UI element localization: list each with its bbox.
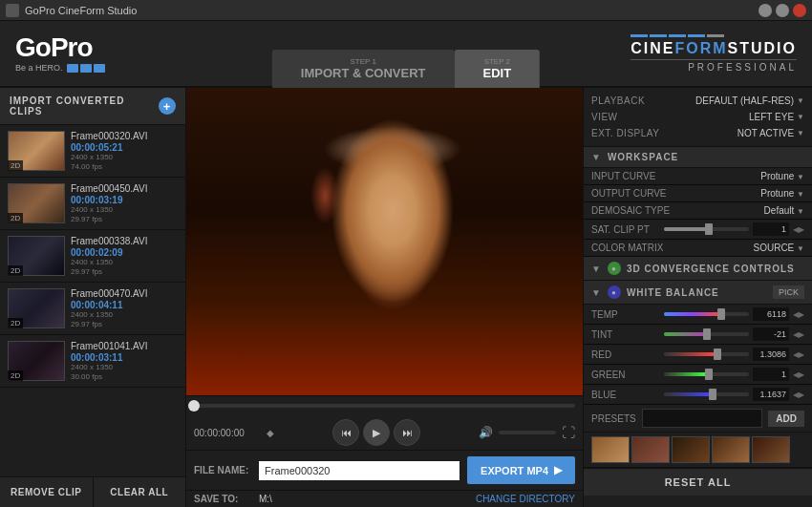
demosaic-arrow: ▼ xyxy=(797,207,804,216)
minimize-btn[interactable] xyxy=(759,4,772,17)
blue-slider[interactable] xyxy=(664,392,749,396)
presets-track[interactable] xyxy=(642,409,763,428)
preset-thumb-5[interactable] xyxy=(752,436,790,463)
gopro-wordmark: GoPro xyxy=(15,34,93,61)
clip-fps: 29.97 fps xyxy=(71,320,178,328)
file-name-input[interactable] xyxy=(259,461,459,480)
bar1 xyxy=(67,64,78,73)
workspace-toggle[interactable]: ▼ xyxy=(591,152,602,162)
color-matrix-value[interactable]: SOURCE ▼ xyxy=(681,243,804,253)
clip-resolution: 2400 x 1350 xyxy=(71,310,178,319)
red-row: RED 1.3086 ◀▶ xyxy=(584,345,812,365)
maximize-btn[interactable] xyxy=(776,4,789,17)
fullscreen-button[interactable]: ⛶ xyxy=(562,425,575,440)
remove-clip-button[interactable]: REMOVE CLIP xyxy=(0,477,94,507)
rewind-button[interactable]: ⏮ xyxy=(332,419,359,446)
clip-info: Frame001041.AVI 00:00:03:11 2400 x 1350 … xyxy=(71,341,178,381)
preset-thumb-1[interactable] xyxy=(591,436,630,463)
clear-all-button[interactable]: CLEAR ALL xyxy=(94,477,186,507)
clip-duration: 00:00:03:11 xyxy=(71,352,178,363)
header: GoPro Be a HERO. STEP 1 IMPORT & CONVERT… xyxy=(0,21,812,88)
cf-bar5 xyxy=(707,34,724,37)
playback-row: 00:00:00:00 ◆ ⏮ ▶ ⏭ 🔊 ⛶ xyxy=(194,419,575,446)
video-controls: 00:00:00:00 ◆ ⏮ ▶ ⏭ 🔊 ⛶ xyxy=(186,395,583,450)
convergence-toggle[interactable]: ▼ xyxy=(591,264,602,274)
play-button[interactable]: ▶ xyxy=(363,419,390,446)
convergence-header: ▼ ● 3D CONVERGENCE CONTROLS xyxy=(584,257,812,281)
wb-pick-button[interactable]: PICK xyxy=(773,285,804,299)
convergence-eye-icon[interactable]: ● xyxy=(608,262,621,275)
green-slider[interactable] xyxy=(664,372,749,376)
preset-thumb-4[interactable] xyxy=(712,436,750,463)
tint-slider[interactable] xyxy=(664,332,749,336)
export-mp4-button[interactable]: EXPORT MP4 ▶ xyxy=(467,456,575,484)
list-item[interactable]: 2D Frame001041.AVI 00:00:03:11 2400 x 13… xyxy=(0,335,185,388)
fast-forward-button[interactable]: ⏭ xyxy=(394,419,420,446)
timeline-bar[interactable] xyxy=(194,404,575,415)
view-value[interactable]: LEFT EYE ▼ xyxy=(749,112,804,122)
volume-slider[interactable] xyxy=(499,431,556,434)
input-curve-label: INPUT CURVE xyxy=(591,171,677,181)
blue-label: BLUE xyxy=(591,390,660,400)
window-controls xyxy=(759,4,806,17)
playback-section: PLAYBACK DEFAULT (HALF-RES) ▼ VIEW LEFT … xyxy=(584,88,812,147)
clip-thumbnail-wrap: 2D xyxy=(8,288,65,328)
preset-thumb-3[interactable] xyxy=(672,436,710,463)
sat-arrows[interactable]: ◀▶ xyxy=(793,225,804,234)
temp-arrows[interactable]: ◀▶ xyxy=(793,310,804,319)
keyframe-diamond[interactable]: ◆ xyxy=(267,428,274,438)
titlebar: GoPro CineForm Studio xyxy=(0,0,812,21)
temp-row: TEMP 6118 ◀▶ xyxy=(584,305,812,325)
close-btn[interactable] xyxy=(793,4,806,17)
cineform-bars xyxy=(630,34,797,37)
wb-toggle[interactable]: ▼ xyxy=(591,287,602,298)
input-curve-value[interactable]: Protune ▼ xyxy=(681,171,804,181)
main-area: IMPORT CONVERTED CLIPS + 2D Frame000320.… xyxy=(0,88,812,507)
red-value: 1.3086 xyxy=(753,348,789,361)
clip-duration: 00:00:03:19 xyxy=(71,195,178,205)
timeline-track[interactable] xyxy=(194,404,575,408)
input-curve-arrow: ▼ xyxy=(797,173,804,181)
ext-display-value[interactable]: NOT ACTIVE ▼ xyxy=(737,128,804,138)
list-item[interactable]: 2D Frame000338.AVI 00:00:02:09 2400 x 13… xyxy=(0,230,185,283)
output-curve-value[interactable]: Protune ▼ xyxy=(681,188,804,199)
red-arrows[interactable]: ◀▶ xyxy=(793,350,804,359)
sat-slider[interactable] xyxy=(664,227,749,231)
change-directory-link[interactable]: CHANGE DIRECTORY xyxy=(476,494,575,504)
titlebar-title: GoPro CineForm Studio xyxy=(25,5,137,16)
blue-arrows[interactable]: ◀▶ xyxy=(793,391,804,399)
add-preset-button[interactable]: ADD xyxy=(768,411,804,427)
temp-slider[interactable] xyxy=(664,312,749,316)
tab-import-convert[interactable]: STEP 1 IMPORT & CONVERT xyxy=(272,50,455,88)
clips-list: 2D Frame000320.AVI 00:00:05:21 2400 x 13… xyxy=(0,125,185,476)
clip-duration: 00:00:02:09 xyxy=(71,247,178,258)
reset-all-button[interactable]: RESET ALL xyxy=(584,468,812,496)
clip-duration: 00:00:05:21 xyxy=(71,142,178,153)
clip-thumbnail-wrap: 2D xyxy=(8,236,65,276)
list-item[interactable]: 2D Frame000470.AVI 00:00:04:11 2400 x 13… xyxy=(0,283,185,335)
clip-badge: 2D xyxy=(8,370,23,381)
clips-actions: REMOVE CLIP CLEAR ALL xyxy=(0,476,185,507)
wb-eye-icon[interactable]: ● xyxy=(608,285,621,299)
green-arrows[interactable]: ◀▶ xyxy=(793,370,804,379)
clip-name: Frame000450.AVI xyxy=(71,183,178,194)
tab-edit[interactable]: STEP 2 EDIT xyxy=(455,50,541,88)
clip-info: Frame000338.AVI 00:00:02:09 2400 x 1350 … xyxy=(71,236,178,276)
view-dropdown-arrow: ▼ xyxy=(797,113,804,121)
ext-display-label: EXT. DISPLAY xyxy=(591,128,659,138)
clip-resolution: 2400 x 1350 xyxy=(71,363,178,371)
list-item[interactable]: 2D Frame000320.AVI 00:00:05:21 2400 x 13… xyxy=(0,125,185,178)
demosaic-value[interactable]: Default ▼ xyxy=(681,205,804,216)
cf-bar2 xyxy=(650,34,667,37)
preset-thumb-2[interactable] xyxy=(631,436,670,463)
timeline-thumb[interactable] xyxy=(188,400,200,412)
tint-arrows[interactable]: ◀▶ xyxy=(793,330,804,339)
playback-value[interactable]: DEFAULT (HALF-RES) ▼ xyxy=(695,95,804,106)
sat-value: 1 xyxy=(753,222,789,236)
add-clip-button[interactable]: + xyxy=(159,97,176,115)
video-frame xyxy=(186,88,583,395)
red-slider[interactable] xyxy=(664,352,749,356)
video-display xyxy=(186,88,583,395)
output-curve-label: OUTPUT CURVE xyxy=(591,188,677,199)
list-item[interactable]: 2D Frame000450.AVI 00:00:03:19 2400 x 13… xyxy=(0,178,185,230)
